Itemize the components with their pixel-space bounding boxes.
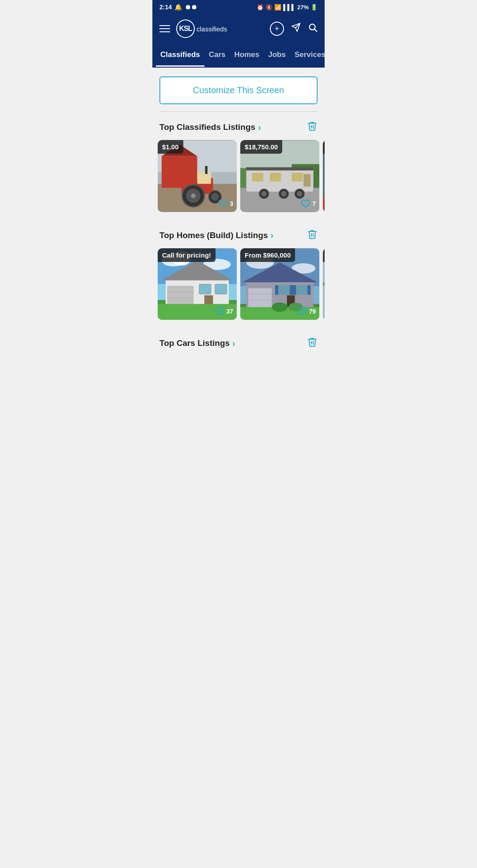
homes-card-2-price: From $960,000 bbox=[240, 248, 295, 262]
svg-rect-43 bbox=[323, 199, 325, 211]
svg-rect-74 bbox=[295, 285, 307, 295]
header-right: + bbox=[270, 22, 318, 36]
svg-rect-71 bbox=[278, 285, 290, 295]
homes-chevron-icon: › bbox=[271, 230, 274, 240]
tab-cars[interactable]: Cars bbox=[204, 45, 230, 67]
svg-rect-24 bbox=[270, 173, 281, 182]
svg-point-29 bbox=[261, 191, 267, 197]
homes-card-3-price: From $3 bbox=[323, 248, 325, 262]
time: 2:14 bbox=[159, 4, 172, 11]
svg-rect-10 bbox=[197, 172, 211, 184]
battery-icon: 🔋 bbox=[310, 4, 318, 11]
classifieds-card-1[interactable]: $1.00 3 bbox=[158, 140, 237, 212]
top-cars-section: Top Cars Listings › bbox=[152, 328, 325, 369]
svg-rect-53 bbox=[167, 286, 193, 306]
homes-card-2[interactable]: From $960,000 79 bbox=[240, 248, 319, 320]
classifieds-card-2[interactable]: $18,750.00 7 bbox=[240, 140, 319, 212]
svg-rect-16 bbox=[205, 166, 207, 174]
classifieds-card-2-price: $18,750.00 bbox=[240, 140, 282, 154]
classifieds-title-text: Top Classifieds Listings bbox=[159, 122, 255, 132]
tab-homes[interactable]: Homes bbox=[230, 45, 264, 67]
cars-chevron-icon: › bbox=[232, 338, 235, 349]
section-gap-2 bbox=[152, 323, 325, 328]
svg-rect-83 bbox=[323, 282, 325, 285]
homes-card-1-hearts: 37 bbox=[215, 307, 233, 316]
svg-rect-57 bbox=[215, 284, 227, 294]
svg-rect-27 bbox=[246, 167, 313, 171]
alarm-icon: ⏰ bbox=[257, 4, 264, 11]
homes-card-1[interactable]: Call for pricing! 37 bbox=[158, 248, 237, 320]
svg-rect-26 bbox=[303, 174, 310, 187]
bell-icon: 🔔 bbox=[174, 4, 182, 11]
homes-card-1-price: Call for pricing! bbox=[158, 248, 216, 262]
classifieds-card-3-price: $16,690 bbox=[323, 140, 325, 154]
svg-rect-23 bbox=[252, 173, 263, 182]
svg-rect-56 bbox=[199, 284, 211, 294]
logo-subtext: classifieds bbox=[197, 25, 227, 33]
nav-tabs: Classifieds Cars Homes Jobs Services bbox=[152, 45, 325, 68]
tab-classifieds[interactable]: Classifieds bbox=[156, 45, 204, 67]
classifieds-card-2-hearts: 7 bbox=[301, 199, 316, 208]
customize-button[interactable]: Customize This Screen bbox=[159, 76, 318, 104]
homes-cards-row: Call for pricing! 37 bbox=[152, 248, 325, 320]
search-button[interactable] bbox=[308, 23, 318, 35]
svg-rect-76 bbox=[307, 285, 310, 295]
cars-title-text: Top Cars Listings bbox=[159, 338, 230, 348]
classifieds-chevron-icon: › bbox=[258, 122, 261, 133]
top-classifieds-section: Top Classifieds Listings › bbox=[152, 112, 325, 216]
cars-listing-title[interactable]: Top Cars Listings › bbox=[159, 338, 235, 349]
svg-rect-75 bbox=[293, 285, 296, 295]
status-left: 2:14 🔔 ⏺⏺ bbox=[159, 4, 197, 11]
classifieds-listing-title[interactable]: Top Classifieds Listings › bbox=[159, 122, 261, 133]
cars-listing-header: Top Cars Listings › bbox=[152, 337, 325, 356]
classifieds-listing-header: Top Classifieds Listings › bbox=[152, 121, 325, 140]
homes-delete-button[interactable] bbox=[307, 229, 318, 242]
voicemail-icon: ⏺⏺ bbox=[185, 4, 197, 11]
svg-point-79 bbox=[272, 302, 288, 311]
logo-circle: KSL bbox=[176, 19, 195, 38]
menu-button[interactable] bbox=[159, 25, 170, 32]
homes-card-3[interactable]: From $3 bbox=[323, 248, 325, 320]
share-button[interactable] bbox=[291, 23, 301, 35]
section-gap-1 bbox=[152, 216, 325, 220]
svg-point-13 bbox=[191, 193, 196, 198]
mute-icon: 🔇 bbox=[265, 4, 273, 11]
customize-section: Customize This Screen bbox=[152, 68, 325, 111]
svg-point-33 bbox=[297, 191, 303, 197]
homes-listing-title[interactable]: Top Homes (Build) Listings › bbox=[159, 230, 273, 240]
classifieds-card-1-price: $1.00 bbox=[158, 140, 183, 154]
signal-icon: ▌▌▌ bbox=[283, 4, 295, 11]
status-right: ⏰ 🔇 📶 ▌▌▌ 27% 🔋 bbox=[257, 4, 318, 11]
svg-rect-72 bbox=[275, 285, 278, 295]
svg-rect-73 bbox=[290, 285, 293, 295]
top-homes-section: Top Homes (Build) Listings › bbox=[152, 220, 325, 324]
homes-listing-header: Top Homes (Build) Listings › bbox=[152, 229, 325, 248]
header: KSL classifieds + bbox=[152, 14, 325, 45]
battery-level: 27% bbox=[297, 4, 309, 11]
plus-icon: + bbox=[275, 24, 280, 34]
classifieds-delete-button[interactable] bbox=[307, 121, 318, 134]
svg-line-3 bbox=[314, 29, 317, 31]
homes-title-text: Top Homes (Build) Listings bbox=[159, 231, 268, 240]
svg-rect-68 bbox=[248, 288, 272, 308]
svg-point-31 bbox=[281, 191, 287, 197]
wifi-icon: 📶 bbox=[274, 4, 281, 11]
add-button[interactable]: + bbox=[270, 22, 284, 36]
status-bar: 2:14 🔔 ⏺⏺ ⏰ 🔇 📶 ▌▌▌ 27% 🔋 bbox=[152, 0, 325, 14]
svg-point-15 bbox=[211, 193, 219, 201]
tab-jobs[interactable]: Jobs bbox=[264, 45, 290, 67]
classifieds-card-3[interactable]: (801 $16,690 bbox=[323, 140, 325, 212]
header-left: KSL classifieds bbox=[159, 19, 227, 38]
classifieds-card-1-hearts: 3 bbox=[218, 199, 233, 208]
logo[interactable]: KSL classifieds bbox=[176, 19, 227, 38]
homes-card-2-hearts: 79 bbox=[297, 307, 316, 316]
send-icon bbox=[291, 23, 301, 35]
search-icon bbox=[308, 23, 318, 35]
classifieds-cards-row: $1.00 3 bbox=[152, 140, 325, 212]
svg-rect-25 bbox=[292, 173, 303, 182]
tab-services[interactable]: Services bbox=[290, 45, 325, 67]
cars-delete-button[interactable] bbox=[307, 337, 318, 350]
